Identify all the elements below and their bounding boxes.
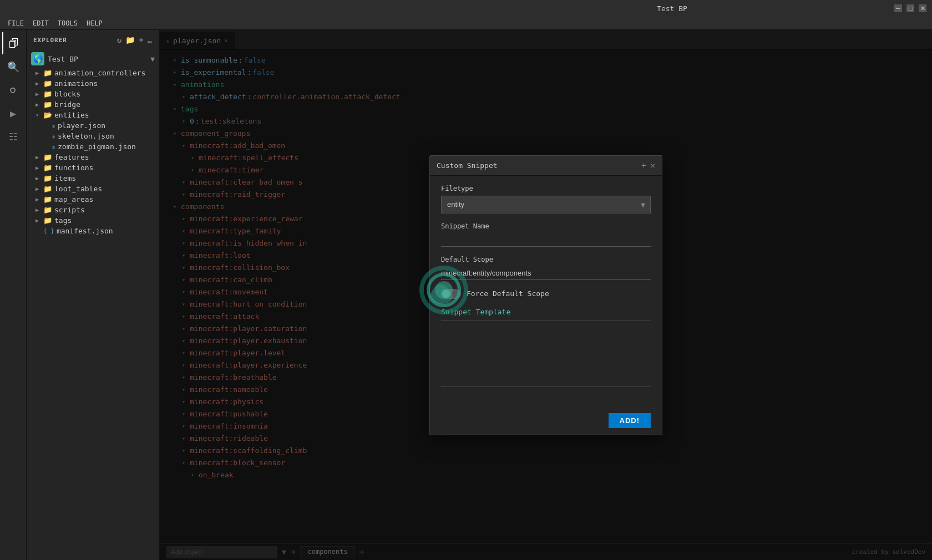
sidebar: Explorer ↻ 📁 + … 🌎 Test BP ▼ ▶ 📁 animati…	[27, 30, 160, 560]
activity-debug-icon[interactable]: ▶	[2, 102, 24, 124]
dialog-footer: ADD!	[430, 406, 662, 435]
tree-item-zombie-json[interactable]: ⁎ zombie_pigman.json	[27, 141, 159, 152]
tree-item-entities[interactable]: ▾ 📂 entities	[27, 110, 159, 120]
tree-item-manifest[interactable]: { } manifest.json	[27, 226, 159, 236]
dialog-title: Custom Snippet	[437, 161, 498, 170]
arrow-icon: ▶	[36, 186, 43, 192]
folder-icon: 📂	[43, 111, 52, 119]
titlebar-controls[interactable]: ─ □ ✕	[894, 4, 926, 12]
filetype-group: Filetype entity block item animation ani…	[441, 185, 651, 213]
tree-item-features[interactable]: ▶ 📁 features	[27, 152, 159, 162]
toggle-knob	[442, 290, 450, 298]
tree-label: blocks	[54, 90, 80, 98]
file-icon: ⁎	[52, 143, 55, 150]
menu-help[interactable]: HELP	[82, 18, 107, 28]
editor-area: ⁎ player.json ✕ ▾ is_summonable : false …	[160, 30, 932, 560]
folder-icon: 📁	[43, 90, 52, 98]
tree-item-bridge[interactable]: ▶ 📁 bridge	[27, 99, 159, 110]
sidebar-header: Explorer ↻ 📁 + …	[27, 30, 159, 50]
dialog-close-icon[interactable]: ✕	[651, 161, 655, 170]
tree-item-items[interactable]: ▶ 📁 items	[27, 173, 159, 184]
arrow-icon: ▶	[36, 80, 43, 86]
tree-item-loot-tables[interactable]: ▶ 📁 loot_tables	[27, 184, 159, 194]
force-scope-row: Force Default Scope	[441, 289, 651, 299]
folder-icon: 📁	[43, 153, 52, 161]
tree-label: animations	[54, 79, 98, 88]
folder-icon: 📁	[43, 164, 52, 172]
minimize-button[interactable]: ─	[894, 4, 902, 12]
default-scope-label: Default Scope	[441, 256, 651, 263]
tree-item-functions[interactable]: ▶ 📁 functions	[27, 162, 159, 173]
tree-item-tags[interactable]: ▶ 📁 tags	[27, 215, 159, 226]
activity-explorer-icon[interactable]: 🗍	[2, 32, 24, 54]
activity-bar: 🗍 🔍 ⭘ ▶ ☷	[0, 30, 27, 560]
default-scope-group: Default Scope	[441, 256, 651, 280]
tree-label: zombie_pigman.json	[58, 142, 136, 151]
tree-label: scripts	[54, 206, 85, 214]
dialog-header-buttons: + ✕	[641, 161, 655, 170]
filetype-select[interactable]: entity block item animation animation_co…	[441, 196, 651, 213]
activity-search-icon[interactable]: 🔍	[2, 55, 24, 78]
dialog-plus-icon[interactable]: +	[641, 161, 646, 170]
default-scope-input[interactable]	[441, 267, 651, 280]
arrow-icon: ▶	[36, 217, 43, 223]
folder-icon: 📁	[43, 69, 52, 77]
tree-item-player-json[interactable]: ⁎ player.json	[27, 120, 159, 131]
tree-label: animation_controllers	[54, 69, 145, 77]
main-layout: 🗍 🔍 ⭘ ▶ ☷ Explorer ↻ 📁 + … 🌎 Test BP ▼	[0, 30, 932, 560]
arrow-icon: ▶	[36, 70, 43, 76]
tree-label: tags	[54, 216, 72, 225]
menubar: FILE EDIT TOOLS HELP	[0, 17, 932, 30]
menu-file[interactable]: FILE	[3, 18, 28, 28]
close-button[interactable]: ✕	[919, 4, 926, 12]
tree-label: player.json	[58, 121, 105, 130]
dialog-body: Filetype entity block item animation ani…	[430, 176, 662, 406]
arrow-icon: ▾	[36, 112, 43, 118]
activity-git-icon[interactable]: ⭘	[2, 79, 24, 101]
snippet-name-label: Snippet Name	[441, 222, 651, 230]
sidebar-content: 🌎 Test BP ▼ ▶ 📁 animation_controllers ▶ …	[27, 50, 159, 560]
file-icon: ⁎	[52, 122, 55, 129]
maximize-button[interactable]: □	[906, 4, 914, 12]
activity-extensions-icon[interactable]: ☷	[2, 125, 24, 147]
tree-label: manifest.json	[57, 227, 113, 235]
new-file-icon[interactable]: +	[139, 35, 144, 44]
snippet-name-input[interactable]	[441, 233, 651, 247]
folder-icon: 📁	[43, 216, 52, 225]
tree-item-animation-controllers[interactable]: ▶ 📁 animation_controllers	[27, 68, 159, 78]
folder-icon: 📁	[43, 195, 52, 203]
filetype-select-wrapper: entity block item animation animation_co…	[441, 196, 651, 213]
force-scope-toggle[interactable]	[441, 289, 461, 299]
filetype-label: Filetype	[441, 185, 651, 192]
tree-label: items	[54, 174, 76, 182]
collapse-icon[interactable]: 📁	[125, 35, 135, 44]
arrow-icon: ▶	[36, 207, 43, 213]
tree-label: bridge	[54, 100, 80, 109]
titlebar: Test BP ─ □ ✕	[0, 0, 932, 17]
project-header[interactable]: 🌎 Test BP ▼	[27, 50, 159, 68]
folder-icon: 📁	[43, 206, 52, 214]
menu-tools[interactable]: TOOLS	[53, 18, 82, 28]
refresh-icon[interactable]: ↻	[117, 35, 122, 44]
more-icon[interactable]: …	[148, 35, 153, 44]
tree-item-skeleton-json[interactable]: ⁎ skeleton.json	[27, 131, 159, 141]
snippet-template-label: Snippet Template	[441, 308, 651, 316]
project-name: Test BP	[48, 55, 78, 63]
snippet-template-textarea[interactable]	[441, 320, 651, 387]
tree-item-map-areas[interactable]: ▶ 📁 map_areas	[27, 194, 159, 205]
tree-label: map_areas	[54, 195, 93, 203]
titlebar-title: Test BP	[450, 4, 894, 13]
tree-item-blocks[interactable]: ▶ 📁 blocks	[27, 89, 159, 99]
arrow-icon: ▶	[36, 175, 43, 181]
modal-overlay: Custom Snippet + ✕ Filetype entity	[160, 30, 932, 560]
file-icon: ⁎	[52, 133, 55, 140]
folder-icon: 📁	[43, 174, 52, 182]
sidebar-header-icons: ↻ 📁 + …	[117, 35, 153, 44]
menu-edit[interactable]: EDIT	[28, 18, 53, 28]
tree-item-animations[interactable]: ▶ 📁 animations	[27, 78, 159, 89]
tree-label: functions	[54, 164, 93, 172]
arrow-icon: ▶	[36, 165, 43, 171]
folder-icon: 📁	[43, 185, 52, 193]
tree-item-scripts[interactable]: ▶ 📁 scripts	[27, 205, 159, 215]
add-button[interactable]: ADD!	[609, 413, 651, 428]
